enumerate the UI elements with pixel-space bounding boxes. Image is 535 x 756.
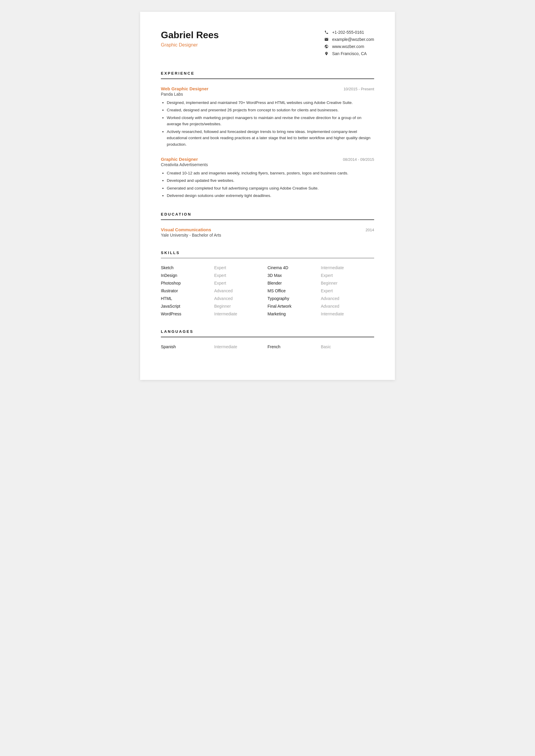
- skill-name-3: 3D Max: [268, 273, 321, 278]
- contact-web: www.wozber.com: [324, 44, 374, 49]
- languages-divider: [161, 337, 374, 337]
- exp-item-2: Graphic Designer 08/2014 - 09/2015 Creat…: [161, 157, 374, 199]
- skill-level-9: Advanced: [321, 296, 374, 301]
- skill-level-2: Expert: [214, 273, 268, 278]
- edu-year-1: 2014: [366, 228, 374, 232]
- skill-level-0: Expert: [214, 265, 268, 270]
- experience-divider: [161, 78, 374, 79]
- skill-name-8: HTML: [161, 296, 214, 301]
- skill-level-10: Beginner: [214, 304, 268, 309]
- skill-name-2: InDesign: [161, 273, 214, 278]
- exp-bullet-2-2: Developed and updated five websites.: [167, 177, 374, 184]
- edu-school-1: Yale University - Bachelor of Arts: [161, 233, 221, 237]
- skill-name-6: Illustrator: [161, 288, 214, 293]
- languages-section: LANGUAGES Spanish Intermediate French Ba…: [161, 329, 374, 349]
- experience-title: EXPERIENCE: [161, 71, 374, 75]
- web-icon: [324, 44, 329, 49]
- skills-divider: [161, 258, 374, 258]
- skills-title: SKILLS: [161, 251, 374, 255]
- edu-item-1: Visual Communications Yale University - …: [161, 227, 374, 237]
- email-value: example@wozber.com: [332, 37, 374, 42]
- skill-name-5: Blender: [268, 281, 321, 285]
- exp-company-1: Panda Labs: [161, 92, 374, 96]
- exp-company-2: Creativita Advertisements: [161, 162, 374, 167]
- skill-level-5: Beginner: [321, 281, 374, 285]
- skill-level-4: Expert: [214, 281, 268, 285]
- exp-bullet-1-1: Designed, implemented and maintained 70+…: [167, 99, 374, 106]
- contact-email: example@wozber.com: [324, 37, 374, 42]
- skill-name-10: JavaScript: [161, 304, 214, 309]
- skills-section: SKILLS Sketch Expert Cinema 4D Intermedi…: [161, 251, 374, 316]
- skill-name-12: WordPress: [161, 311, 214, 316]
- lang-name-0: Spanish: [161, 344, 214, 349]
- email-icon: [324, 37, 329, 42]
- exp-dates-1: 10/2015 - Present: [344, 87, 374, 91]
- education-section: EDUCATION Visual Communications Yale Uni…: [161, 212, 374, 237]
- header: Gabriel Rees Graphic Designer +1-202-555…: [161, 30, 374, 56]
- contact-phone: +1-202-555-0161: [324, 30, 374, 35]
- skill-name-7: MS Office: [268, 288, 321, 293]
- skill-name-0: Sketch: [161, 265, 214, 270]
- experience-section: EXPERIENCE Web Graphic Designer 10/2015 …: [161, 71, 374, 199]
- exp-bullet-1-4: Actively researched, followed and foreca…: [167, 128, 374, 148]
- candidate-name: Gabriel Rees: [161, 30, 219, 40]
- phone-value: +1-202-555-0161: [332, 30, 364, 35]
- resume-container: Gabriel Rees Graphic Designer +1-202-555…: [140, 12, 395, 380]
- header-left: Gabriel Rees Graphic Designer: [161, 30, 219, 48]
- phone-icon: [324, 30, 329, 35]
- exp-bullets-2: Created 10-12 ads and imageries weekly, …: [161, 170, 374, 199]
- header-right: +1-202-555-0161 example@wozber.com www.w…: [324, 30, 374, 56]
- location-icon: [324, 51, 329, 56]
- exp-role-2: Graphic Designer: [161, 157, 198, 162]
- exp-bullet-2-3: Generated and completed four full advert…: [167, 185, 374, 192]
- exp-header-1: Web Graphic Designer 10/2015 - Present: [161, 86, 374, 91]
- skill-level-11: Advanced: [321, 304, 374, 309]
- location-value: San Francisco, CA: [332, 51, 367, 56]
- skills-grid: Sketch Expert Cinema 4D Intermediate InD…: [161, 265, 374, 316]
- skill-level-1: Intermediate: [321, 265, 374, 270]
- lang-name-1: French: [268, 344, 321, 349]
- skill-level-12: Intermediate: [214, 311, 268, 316]
- contact-location: San Francisco, CA: [324, 51, 374, 56]
- skill-name-9: Typography: [268, 296, 321, 301]
- exp-header-2: Graphic Designer 08/2014 - 09/2015: [161, 157, 374, 162]
- education-title: EDUCATION: [161, 212, 374, 216]
- languages-title: LANGUAGES: [161, 329, 374, 334]
- exp-role-1: Web Graphic Designer: [161, 86, 209, 91]
- edu-degree-1: Visual Communications: [161, 227, 221, 232]
- lang-level-1: Basic: [321, 344, 374, 349]
- education-divider: [161, 219, 374, 220]
- skill-level-7: Expert: [321, 288, 374, 293]
- skill-name-4: Photoshop: [161, 281, 214, 285]
- skill-name-13: Marketing: [268, 311, 321, 316]
- exp-dates-2: 08/2014 - 09/2015: [343, 157, 374, 162]
- skill-level-6: Advanced: [214, 288, 268, 293]
- exp-bullet-1-3: Worked closely with marketing project ma…: [167, 115, 374, 127]
- exp-bullet-2-1: Created 10-12 ads and imageries weekly, …: [167, 170, 374, 176]
- exp-bullet-1-2: Created, designed and presented 26 proje…: [167, 107, 374, 113]
- web-value: www.wozber.com: [332, 44, 364, 49]
- skill-level-13: Intermediate: [321, 311, 374, 316]
- candidate-title: Graphic Designer: [161, 42, 219, 48]
- exp-bullets-1: Designed, implemented and maintained 70+…: [161, 99, 374, 148]
- exp-bullet-2-4: Delivered design solutions under extreme…: [167, 193, 374, 199]
- exp-item-1: Web Graphic Designer 10/2015 - Present P…: [161, 86, 374, 148]
- lang-level-0: Intermediate: [214, 344, 268, 349]
- skill-level-8: Advanced: [214, 296, 268, 301]
- skill-name-1: Cinema 4D: [268, 265, 321, 270]
- skill-level-3: Expert: [321, 273, 374, 278]
- skill-name-11: Final Artwork: [268, 304, 321, 309]
- languages-grid: Spanish Intermediate French Basic: [161, 344, 374, 349]
- edu-left-1: Visual Communications Yale University - …: [161, 227, 221, 237]
